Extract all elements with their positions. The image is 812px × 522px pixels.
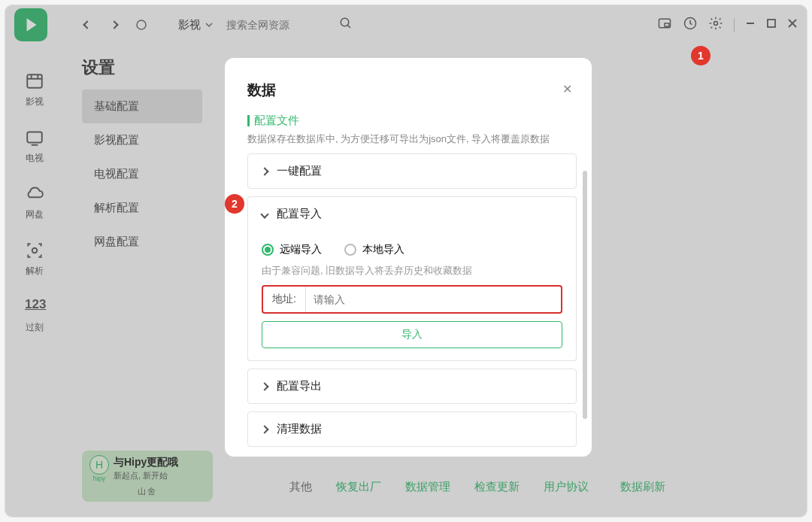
data-modal: 数据 ✕ 配置文件 数据保存在数据库中, 为方便迁移可导出为json文件, 导入… — [225, 58, 592, 457]
address-label: 地址: — [263, 287, 306, 312]
annotation-1: 1 — [691, 46, 710, 65]
import-button[interactable]: 导入 — [262, 321, 562, 348]
accordion-label: 配置导出 — [277, 379, 322, 393]
section-config-file: 配置文件 — [247, 114, 577, 128]
address-input[interactable] — [306, 293, 561, 305]
app-window: 影视 影视 电视 — [5, 5, 807, 517]
modal-title: 数据 — [247, 80, 577, 100]
modal-close-button[interactable]: ✕ — [562, 82, 572, 96]
radio-dot-icon — [344, 244, 356, 256]
chevron-down-icon — [260, 210, 268, 218]
accordion-import-body: 远端导入 本地导入 由于兼容问题, 旧数据导入将丢弃历史和收藏数据 地址: 导入 — [247, 231, 577, 361]
radio-dot-icon — [262, 244, 274, 256]
chevron-right-icon — [260, 167, 268, 175]
radio-label: 远端导入 — [280, 243, 322, 256]
annotation-2: 2 — [225, 194, 244, 214]
import-warning: 由于兼容问题, 旧数据导入将丢弃历史和收藏数据 — [262, 264, 562, 278]
radio-label: 本地导入 — [362, 243, 404, 256]
accordion-label: 配置导入 — [277, 207, 322, 221]
chevron-right-icon — [260, 382, 268, 390]
address-row: 地址: — [262, 285, 562, 314]
accordion-label: 清理数据 — [277, 422, 322, 436]
radio-remote[interactable]: 远端导入 — [262, 243, 322, 256]
section-config-desc: 数据保存在数据库中, 为方便迁移可导出为json文件, 导入将覆盖原数据 — [247, 132, 577, 146]
accordion-clean[interactable]: 清理数据 — [247, 411, 577, 447]
accordion-oneclick[interactable]: 一键配置 — [247, 153, 577, 189]
modal-scrollbar[interactable] — [583, 171, 587, 442]
accordion-export[interactable]: 配置导出 — [247, 369, 577, 404]
radio-local[interactable]: 本地导入 — [344, 243, 404, 256]
accordion-label: 一键配置 — [277, 164, 322, 178]
accordion-import[interactable]: 配置导入 — [247, 196, 577, 231]
chevron-right-icon — [260, 425, 268, 433]
radio-group: 远端导入 本地导入 — [262, 243, 562, 256]
